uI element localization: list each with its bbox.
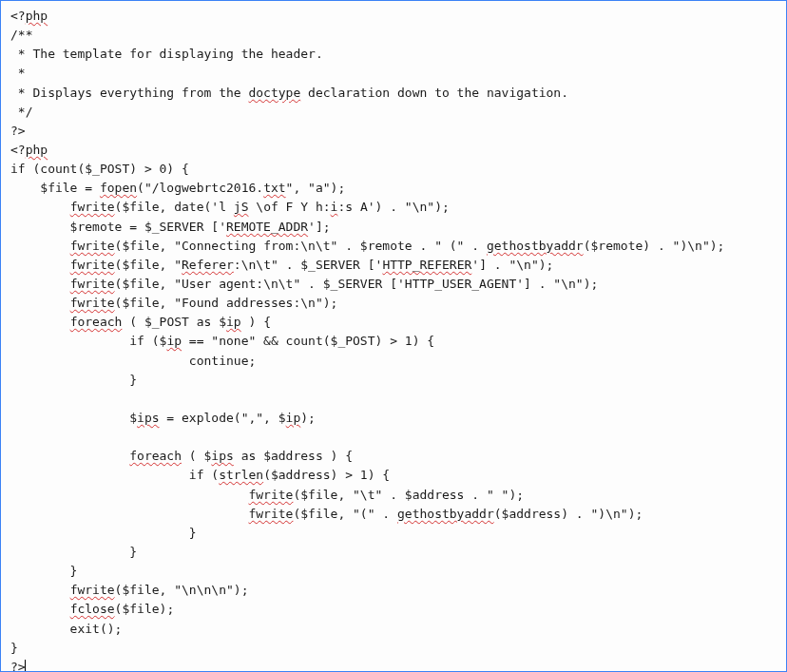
spellcheck-squiggle: REMOTE_ADDR (226, 220, 308, 234)
code-text: ?> (10, 124, 26, 138)
code-line[interactable]: <?php (10, 7, 777, 26)
code-line[interactable]: fwrite($file, "Referer:\n\t" . $_SERVER … (10, 256, 777, 275)
spellcheck-squiggle: fwrite (70, 296, 115, 310)
code-line[interactable]: fwrite($file, "Connecting from:\n\t" . $… (10, 237, 777, 256)
code-line[interactable]: foreach ( $_POST as $ip ) { (10, 313, 777, 332)
code-text: ($remote) . ")\n"); (584, 239, 725, 253)
code-text: $remote = $_SERVER [' (10, 220, 226, 234)
code-line[interactable]: /** (10, 26, 777, 45)
code-text: ($file, "\t" . $address . " "); (293, 488, 524, 502)
code-line[interactable] (10, 390, 777, 409)
code-text: '] . "\n"); (471, 258, 553, 272)
spellcheck-squiggle: ips (211, 449, 233, 463)
code-text: } (10, 545, 137, 559)
spellcheck-squiggle: ip (166, 334, 182, 348)
spellcheck-squiggle: doctype (248, 86, 300, 100)
spellcheck-squiggle: foreach (129, 449, 182, 463)
code-text: if (count($_POST) > 0) { (10, 162, 189, 176)
code-line[interactable]: fclose($file); (10, 600, 777, 619)
code-text: $ (10, 411, 137, 425)
code-line[interactable]: if (strlen($address) > 1) { (10, 466, 777, 485)
text-cursor (25, 660, 26, 672)
spellcheck-squiggle: Referer (182, 258, 234, 272)
code-text (10, 296, 70, 310)
code-text (10, 277, 70, 291)
code-text: if ( (10, 468, 219, 482)
code-text: ", "a"); (286, 181, 346, 195)
code-line[interactable]: * The template for displaying the header… (10, 45, 777, 64)
spellcheck-squiggle: foreach (70, 315, 123, 329)
code-line[interactable]: } (10, 371, 777, 390)
code-text (10, 507, 248, 521)
code-line[interactable]: */ (10, 103, 777, 122)
code-line[interactable]: } (10, 639, 777, 658)
code-line[interactable]: } (10, 524, 777, 543)
code-line[interactable]: $file = fopen("/logwebrtc2016.txt", "a")… (10, 179, 777, 198)
code-line[interactable]: fwrite($file, "\t" . $address . " "); (10, 486, 777, 505)
code-text: \of F Y h: (248, 200, 330, 214)
code-text: ($address) > 1) { (263, 468, 390, 482)
code-text: ($file, "\n\n\n"); (115, 583, 249, 597)
code-line[interactable]: $remote = $_SERVER ['REMOTE_ADDR']; (10, 218, 777, 237)
code-line[interactable]: if (count($_POST) > 0) { (10, 160, 777, 179)
code-text (10, 602, 70, 616)
code-line[interactable]: } (10, 562, 777, 581)
code-text: /** (10, 28, 32, 42)
code-line[interactable]: foreach ( $ips as $address ) { (10, 447, 777, 466)
code-text (10, 315, 70, 329)
code-line[interactable]: ?> (10, 658, 777, 672)
code-line[interactable]: * Displays everything from the doctype d… (10, 84, 777, 103)
code-line[interactable]: } (10, 543, 777, 562)
code-line[interactable]: exit(); (10, 620, 777, 639)
code-line[interactable]: * (10, 64, 777, 83)
code-text: ($file, "Found addresses:\n"); (115, 296, 338, 310)
code-text: ?> (10, 660, 26, 672)
code-line[interactable]: fwrite($file, "Found addresses:\n"); (10, 294, 777, 313)
code-line[interactable]: fwrite($file, "User agent:\n\t" . $_SERV… (10, 275, 777, 294)
code-line[interactable]: ?> (10, 122, 777, 141)
code-text: ( $_POST as $ (122, 315, 226, 329)
spellcheck-squiggle: HTTP_REFERER (382, 258, 471, 272)
spellcheck-squiggle: ip (286, 411, 301, 425)
spellcheck-squiggle: gethostbyaddr (397, 507, 494, 521)
code-line[interactable]: fwrite($file, "\n\n\n"); (10, 581, 777, 600)
code-text (10, 449, 129, 463)
spellcheck-squiggle: gethostbyaddr (487, 239, 584, 253)
spellcheck-squiggle: fclose (70, 602, 115, 616)
code-text (10, 583, 70, 597)
code-line[interactable]: fwrite($file, date('l jS \of F Y h:i:s A… (10, 198, 777, 217)
spellcheck-squiggle: fwrite (70, 277, 115, 291)
code-line[interactable]: fwrite($file, "(" . gethostbyaddr($addre… (10, 505, 777, 524)
code-line[interactable]: if ($ip == "none" && count($_POST) > 1) … (10, 332, 777, 351)
spellcheck-squiggle: fwrite (70, 239, 115, 253)
spellcheck-squiggle: jS (234, 200, 249, 214)
code-line[interactable]: <?php (10, 141, 777, 160)
code-editor-pane[interactable]: <?php/** * The template for displaying t… (0, 0, 787, 672)
code-text (10, 239, 70, 253)
code-text: ); (300, 411, 316, 425)
code-text (10, 200, 70, 214)
code-text: ($file, "(" . (293, 507, 397, 521)
code-text (10, 488, 248, 502)
code-text: :\n\t" . $_SERVER [' (234, 258, 383, 272)
code-line[interactable] (10, 428, 777, 447)
code-text: */ (10, 105, 32, 119)
code-text: ($address) . ")\n"); (494, 507, 643, 521)
code-text: <? (10, 143, 26, 157)
code-text: continue; (10, 354, 256, 368)
code-text: * (10, 66, 26, 80)
code-text: * The template for displaying the header… (10, 47, 323, 61)
code-line[interactable]: continue; (10, 352, 777, 371)
code-line[interactable]: $ips = explode(",", $ip); (10, 409, 777, 428)
spellcheck-squiggle: fwrite (248, 507, 293, 521)
code-text: } (10, 526, 197, 540)
code-text: * Displays everything from the (10, 86, 248, 100)
code-text: ($file, date('l (115, 200, 234, 214)
spellcheck-squiggle: ip (226, 315, 241, 329)
spellcheck-squiggle: fwrite (248, 488, 293, 502)
spellcheck-squiggle: php (26, 9, 48, 23)
code-text: == "none" && count($_POST) > 1) { (182, 334, 434, 348)
code-text: } (10, 373, 137, 387)
code-text: :s A') . "\n"); (337, 200, 449, 214)
code-text: = explode(",", $ (160, 411, 286, 425)
